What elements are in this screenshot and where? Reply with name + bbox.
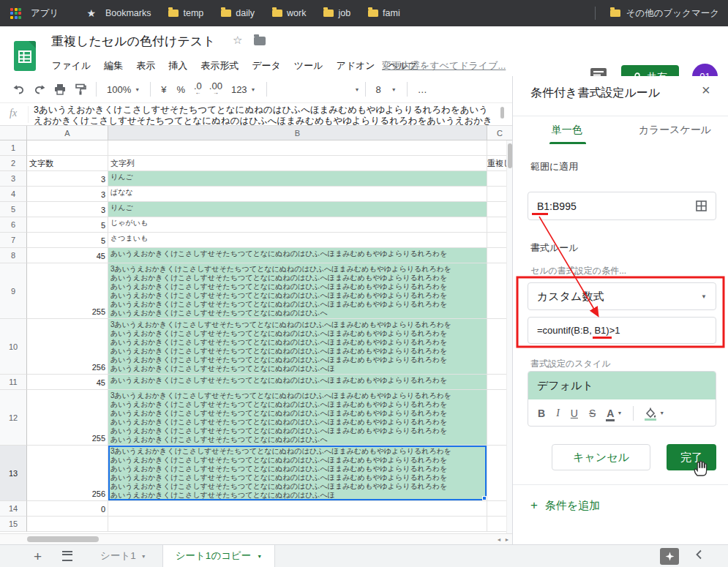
row-header[interactable]: 13 — [0, 446, 27, 501]
row-header[interactable]: 1 — [0, 140, 27, 156]
row-header[interactable]: 15 — [0, 517, 27, 532]
bookmark-folder[interactable]: job — [323, 8, 350, 18]
close-panel-button[interactable]: × — [702, 83, 710, 97]
other-bookmarks[interactable]: その他のブックマーク — [595, 7, 728, 20]
horizontal-scrollbar[interactable]: ◄ ► — [0, 533, 512, 544]
add-sheet-button[interactable]: + — [34, 549, 42, 563]
cell-b[interactable]: じゃがいも — [108, 217, 487, 233]
bold-button[interactable]: B — [538, 408, 545, 419]
done-button[interactable]: 完了 — [667, 444, 716, 470]
cell-a[interactable] — [27, 517, 108, 532]
apps-shortcut[interactable]: アプリ — [0, 7, 59, 20]
row-header[interactable]: 2 — [0, 156, 27, 171]
row-header[interactable]: 3 — [0, 171, 27, 187]
cell-a[interactable]: 5 — [27, 233, 108, 248]
tab-sheet1-copy-active[interactable]: シート1のコピー ▼ — [162, 545, 276, 567]
cell-a[interactable]: 256 — [27, 446, 108, 501]
menu-item[interactable]: 編集 — [97, 57, 130, 75]
bookmark-folder[interactable]: work — [272, 8, 306, 18]
row-header[interactable]: 9 — [0, 263, 27, 319]
cell-a[interactable] — [27, 140, 108, 156]
cell-b[interactable]: りんご — [108, 202, 487, 217]
undo-button[interactable] — [9, 80, 29, 99]
menu-item[interactable]: ツール — [288, 57, 330, 75]
cell-a[interactable]: 3 — [27, 171, 108, 187]
row-header[interactable]: 10 — [0, 319, 27, 375]
cell-b[interactable] — [108, 517, 487, 532]
print-button[interactable] — [50, 80, 70, 99]
drive-save-status[interactable]: 変更内容をすべてドライブ... — [382, 59, 506, 72]
menu-item[interactable]: データ — [245, 57, 288, 75]
bookmark-folder[interactable]: fami — [368, 8, 400, 18]
bookmark-folder[interactable]: temp — [168, 8, 203, 18]
bookmark-folder[interactable]: daily — [221, 8, 255, 18]
row-header[interactable]: 6 — [0, 217, 27, 233]
collapse-panel-button[interactable] — [695, 549, 702, 562]
more-formats-button[interactable]: 123▼ — [226, 84, 261, 95]
cell-a[interactable]: 3 — [27, 202, 108, 217]
row-header[interactable]: 12 — [0, 390, 27, 446]
cell-a[interactable]: 3 — [27, 187, 108, 202]
row-header[interactable]: 7 — [0, 233, 27, 248]
cell-b[interactable]: あいうえおかきくけこさしすせそたちつてとなにぬねのはひふへほまみむめもやゆよらり… — [108, 248, 487, 263]
sheets-logo-icon[interactable] — [14, 41, 36, 71]
explore-button[interactable] — [660, 548, 679, 565]
cell-a[interactable]: 45 — [27, 248, 108, 263]
cell-b[interactable]: 文字列 — [108, 156, 487, 171]
cell-a[interactable]: 255 — [27, 390, 108, 446]
row-header[interactable]: 8 — [0, 248, 27, 263]
increase-decimal-button[interactable]: .00→ — [206, 83, 226, 96]
custom-formula-input[interactable]: =countif(B:B, B1)>1 — [528, 317, 716, 344]
row-header[interactable]: 11 — [0, 375, 27, 390]
font-size-select[interactable]: 8▼ — [371, 84, 402, 95]
cell-b[interactable]: 3あいうえおかきくけこさしすせそたちつてとなにぬねのはひふへほまみむめもやゆよら… — [108, 390, 487, 446]
fill-color-button[interactable]: ▼ — [645, 408, 664, 418]
cell-a[interactable]: 256 — [27, 319, 108, 375]
add-condition-button[interactable]: + 条件を追加 — [530, 498, 600, 513]
underline-button[interactable]: U — [571, 408, 578, 419]
row-header[interactable]: 5 — [0, 202, 27, 217]
column-header-c[interactable]: C — [487, 126, 512, 140]
range-input[interactable]: B1:B995 — [528, 192, 716, 220]
move-folder-icon[interactable] — [254, 37, 266, 45]
tab-color-scale[interactable]: カラースケール — [621, 116, 728, 144]
menu-item[interactable]: 表示形式 — [194, 57, 245, 75]
all-sheets-button[interactable] — [62, 551, 72, 561]
redo-button[interactable] — [29, 80, 50, 99]
scroll-left-arrow[interactable]: ◄ — [495, 536, 503, 543]
select-range-icon[interactable] — [696, 200, 707, 211]
cancel-button[interactable]: キャンセル — [552, 444, 650, 470]
zoom-select[interactable]: 100%▼ — [102, 84, 145, 95]
menu-item[interactable]: 挿入 — [162, 57, 194, 75]
paint-format-button[interactable] — [70, 80, 91, 99]
more-toolbar-button[interactable]: … — [413, 84, 432, 95]
document-title[interactable]: 重複したセルの色付けテスト — [51, 33, 216, 50]
fill-handle[interactable] — [482, 496, 487, 500]
column-header-a[interactable]: A — [27, 126, 108, 140]
cell-b[interactable]: りんご — [108, 171, 487, 187]
text-color-button[interactable]: A ▼ — [607, 408, 622, 419]
cell-b[interactable]: 3あいうえおかきくけこさしすせそたちつてとなにぬねのはひふへほまみむめもやゆよら… — [108, 446, 487, 501]
star-outline-icon[interactable]: ☆ — [233, 34, 242, 47]
cell-a[interactable]: 文字数 — [27, 156, 108, 171]
cell-b[interactable]: 3あいうえおかきくけこさしすせそたちつてとなにぬねのはひふへほまみむめもやゆよら… — [108, 263, 487, 319]
cell-a[interactable]: 5 — [27, 217, 108, 233]
font-family-select[interactable]: ▼ — [272, 87, 360, 92]
italic-button[interactable]: I — [556, 408, 560, 419]
decrease-decimal-button[interactable]: .0← — [190, 83, 206, 96]
cell-a[interactable]: 45 — [27, 375, 108, 390]
strikethrough-button[interactable]: S — [589, 408, 596, 419]
format-percent-button[interactable]: % — [171, 84, 190, 95]
cell-b[interactable]: さつまいも — [108, 233, 487, 248]
cell-b[interactable] — [108, 140, 487, 156]
row-header[interactable]: 4 — [0, 187, 27, 202]
vertical-scrollbar[interactable] — [506, 140, 512, 533]
menu-item[interactable]: アドオン — [329, 57, 381, 75]
cell-a[interactable]: 0 — [27, 501, 108, 517]
menu-item[interactable]: ファイル — [45, 57, 97, 75]
format-currency-button[interactable]: ¥ — [156, 84, 171, 95]
scroll-right-arrow[interactable]: ► — [503, 536, 511, 543]
cell-b[interactable] — [108, 501, 487, 517]
bookmarks-folder[interactable]: ★ Bookmarks — [76, 7, 151, 19]
cell-b[interactable]: 3あいうえおかきくけこさしすせそたちつてとなにぬねのはひふへほまみむめもやゆよら… — [108, 319, 487, 375]
